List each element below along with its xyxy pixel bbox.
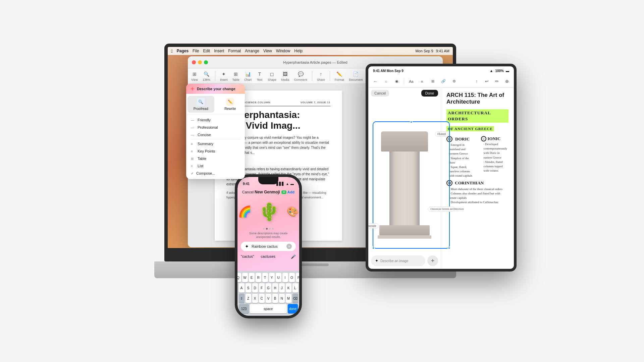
- key-shift[interactable]: ⇧: [239, 294, 245, 303]
- key-backspace[interactable]: ⌫: [292, 294, 298, 303]
- toolbar-shape[interactable]: ◻ Shape: [268, 71, 276, 81]
- genmoji-add-button[interactable]: Add: [287, 190, 294, 194]
- proofread-option[interactable]: 🔍 Proofread: [187, 96, 214, 113]
- ionic-smiley: ☺: [481, 136, 486, 141]
- selection-handle-top[interactable]: [410, 121, 413, 123]
- key-g[interactable]: G: [266, 283, 271, 293]
- key-space[interactable]: space: [250, 304, 287, 313]
- menu-arrange[interactable]: Arrange: [245, 49, 259, 53]
- key-l[interactable]: L: [292, 283, 298, 293]
- wt-friendly[interactable]: — Friendly: [186, 116, 245, 124]
- key-z[interactable]: Z: [246, 294, 251, 303]
- iphone: 9:41 ▋▋▋ ▲ ▬ Cancel New Genmoji ✦ Add 🌈: [235, 174, 302, 318]
- toolbar-chart[interactable]: 📊 Chart: [244, 71, 252, 81]
- key-s[interactable]: S: [246, 283, 251, 293]
- key-k[interactable]: K: [286, 283, 291, 293]
- wt-professional[interactable]: — Professional: [186, 124, 245, 131]
- toolbar-comment[interactable]: 💬 Comment: [294, 71, 307, 81]
- rewrite-option[interactable]: ✏️ Rewrite: [217, 96, 244, 113]
- key-x[interactable]: X: [252, 294, 258, 303]
- key-h[interactable]: H: [272, 283, 278, 293]
- close-button[interactable]: [192, 60, 196, 64]
- wt-summary[interactable]: ≡ Summary: [186, 140, 245, 147]
- ipad-highlight-icon[interactable]: ⚙: [450, 78, 458, 85]
- genmoji-clear-button[interactable]: ×: [286, 244, 292, 249]
- key-d[interactable]: D: [252, 283, 258, 293]
- toolbar-table[interactable]: ⊞ Table: [232, 71, 240, 81]
- wt-keypoints[interactable]: ≡ Key Points: [186, 147, 245, 155]
- ipad-attach-icon[interactable]: 🔗: [440, 78, 447, 85]
- key-q[interactable]: Q: [237, 273, 241, 282]
- key-u[interactable]: U: [276, 273, 281, 282]
- toolbar-text-label: Text: [257, 78, 263, 81]
- key-i[interactable]: I: [282, 273, 288, 282]
- describe-input[interactable]: ✦ Describe an image: [371, 255, 425, 266]
- freeform-cancel-button[interactable]: Cancel: [371, 90, 389, 97]
- key-a[interactable]: A: [239, 283, 245, 293]
- wt-table[interactable]: ⊞ Table: [186, 155, 245, 162]
- key-f[interactable]: F: [259, 283, 265, 293]
- key-j[interactable]: J: [279, 283, 285, 293]
- toolbar-zoom[interactable]: 🔍 136%: [203, 71, 210, 81]
- ipad-text-icon[interactable]: Aa: [408, 78, 415, 85]
- wt-concise[interactable]: — Concise: [186, 131, 245, 138]
- toolbar-text[interactable]: T Text: [256, 71, 263, 81]
- ipad-share-icon[interactable]: ↑: [473, 78, 480, 85]
- menu-window[interactable]: Window: [276, 49, 290, 53]
- genmoji-cancel-button[interactable]: Cancel: [242, 190, 254, 194]
- ipad-table-icon[interactable]: ⊞: [429, 78, 436, 85]
- doric-column: ① DORIC Emerged in mainland and western …: [446, 136, 474, 178]
- minimize-button[interactable]: [198, 60, 202, 64]
- menu-insert[interactable]: Insert: [214, 49, 224, 53]
- writing-tools-title: Describe your change: [197, 87, 235, 91]
- wt-compose[interactable]: Compose...: [186, 170, 245, 177]
- ipad-markup-icon[interactable]: ✏: [493, 78, 500, 85]
- selection-handle-br[interactable]: [448, 247, 450, 249]
- key-123[interactable]: 123: [239, 304, 249, 313]
- key-n[interactable]: N: [279, 294, 285, 303]
- menu-help[interactable]: Help: [294, 49, 303, 53]
- scene:  Pages File Edit Insert Format Arrange …: [154, 44, 490, 318]
- menu-edit[interactable]: Edit: [203, 49, 210, 53]
- toolbar-format[interactable]: ✏️ Format: [335, 71, 344, 81]
- toolbar-circle-2[interactable]: ◉: [393, 78, 400, 85]
- key-c[interactable]: C: [259, 294, 265, 303]
- toolbar-media[interactable]: 🖼 Media: [281, 71, 289, 81]
- apple-logo-icon[interactable]: : [171, 49, 173, 54]
- ipad-list-icon[interactable]: ≡: [418, 78, 426, 85]
- menu-format[interactable]: Format: [228, 49, 241, 53]
- key-w[interactable]: W: [242, 273, 248, 282]
- key-o[interactable]: O: [289, 273, 295, 282]
- menu-pages[interactable]: Pages: [177, 49, 189, 53]
- ipad-undo-icon[interactable]: ↩: [483, 78, 490, 85]
- toolbar-insert[interactable]: ✦ Insert: [220, 71, 228, 81]
- key-m[interactable]: M: [286, 294, 291, 303]
- toolbar-chart-label: Chart: [244, 78, 252, 81]
- describe-add-button[interactable]: +: [427, 255, 438, 266]
- toolbar-document[interactable]: 📄 Document: [349, 71, 363, 81]
- key-b[interactable]: B: [272, 294, 278, 303]
- key-r[interactable]: R: [256, 273, 261, 282]
- mic-icon[interactable]: 🎤: [291, 254, 296, 259]
- suggestion-1[interactable]: "cactus": [241, 254, 254, 259]
- selection-handle-bl[interactable]: [372, 247, 375, 249]
- toolbar-circle-1[interactable]: ○: [382, 78, 390, 85]
- menu-view[interactable]: View: [263, 49, 272, 53]
- key-p[interactable]: P: [296, 273, 300, 282]
- wt-list[interactable]: ≡ List: [186, 162, 245, 170]
- key-done[interactable]: done: [288, 304, 298, 313]
- signal-icon: ▋▋▋: [276, 182, 284, 186]
- back-icon[interactable]: ←: [372, 78, 379, 85]
- freeform-done-button[interactable]: Done: [421, 90, 438, 97]
- genmoji-input-area[interactable]: ✦ Rainbow cactus ×: [241, 242, 296, 251]
- key-v[interactable]: V: [266, 294, 271, 303]
- toolbar-view[interactable]: ⊞ View: [191, 71, 198, 81]
- key-t[interactable]: T: [262, 273, 268, 282]
- suggestion-2[interactable]: cactuses: [261, 254, 275, 259]
- fullscreen-button[interactable]: [204, 60, 208, 64]
- ipad-more-icon[interactable]: ⊕: [503, 78, 511, 85]
- key-e[interactable]: E: [249, 273, 255, 282]
- key-y[interactable]: Y: [269, 273, 275, 282]
- toolbar-share[interactable]: ↑ Share: [317, 71, 325, 81]
- menu-file[interactable]: File: [193, 49, 199, 53]
